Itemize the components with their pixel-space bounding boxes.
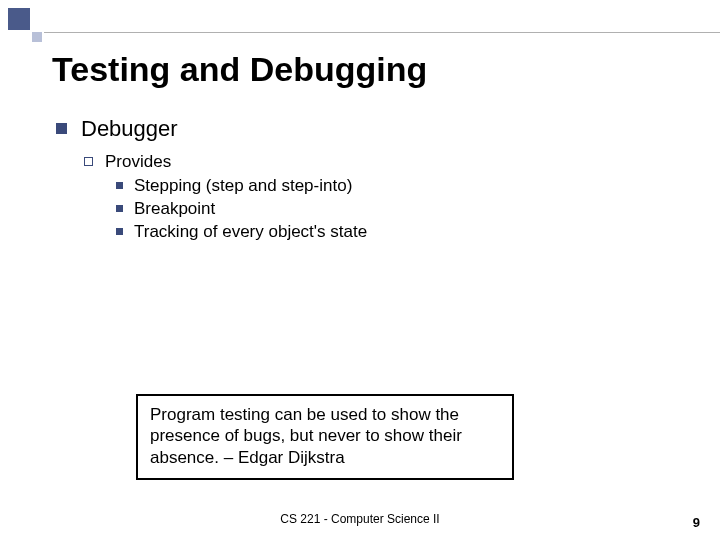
bullet3c-text: Tracking of every object's state [134, 222, 367, 242]
deco-square-small [32, 32, 42, 42]
small-square-bullet-icon [116, 228, 123, 235]
bullet-level3: Breakpoint [116, 199, 680, 219]
content-area: Debugger Provides Stepping (step and ste… [56, 116, 680, 245]
bullet-level3: Tracking of every object's state [116, 222, 680, 242]
deco-square-large [8, 8, 30, 30]
bullet3b-text: Breakpoint [134, 199, 215, 219]
bullet-level2: Provides [84, 152, 680, 172]
filled-square-bullet-icon [56, 123, 67, 134]
corner-decoration [8, 8, 42, 42]
quote-box: Program testing can be used to show the … [136, 394, 514, 480]
title-underline [44, 32, 720, 33]
slide-title: Testing and Debugging [52, 50, 427, 89]
bullet-level1: Debugger [56, 116, 680, 142]
open-square-bullet-icon [84, 157, 93, 166]
page-number: 9 [693, 515, 700, 530]
bullet-level3: Stepping (step and step-into) [116, 176, 680, 196]
small-square-bullet-icon [116, 182, 123, 189]
footer-course: CS 221 - Computer Science II [0, 512, 720, 526]
bullet2-text: Provides [105, 152, 171, 172]
bullet1-text: Debugger [81, 116, 178, 142]
bullet3a-text: Stepping (step and step-into) [134, 176, 352, 196]
quote-text: Program testing can be used to show the … [150, 404, 500, 468]
small-square-bullet-icon [116, 205, 123, 212]
